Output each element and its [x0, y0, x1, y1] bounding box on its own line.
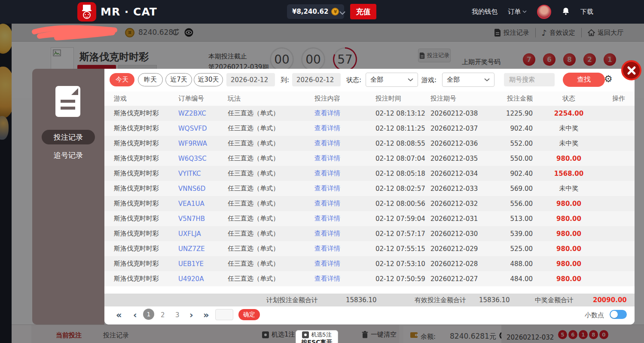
col-play-type: 玩法	[228, 95, 314, 103]
gear-icon[interactable]: ⚙	[604, 74, 613, 84]
bet-amount-cell: 484.00	[495, 275, 533, 283]
game-select[interactable]: 全部	[442, 73, 494, 87]
chevron-down-icon[interactable]	[339, 9, 345, 17]
balance-amount: ¥8,240.62	[292, 8, 328, 15]
filter-last30-button[interactable]: 近30天	[194, 73, 223, 86]
pagination-bar: « ‹ 1 2 3 › » 确定 小数点	[104, 306, 635, 325]
order-id-link[interactable]: WF9RWA	[178, 140, 228, 147]
view-details-link[interactable]: 查看详情	[314, 184, 375, 193]
game-cell: 斯洛伐克时时彩	[114, 199, 178, 208]
last-page-button[interactable]: »	[203, 310, 209, 320]
records-modal-sidebar: 投注记录 追号记录	[32, 69, 104, 325]
col-time: 投注时间	[375, 95, 430, 103]
view-details-link[interactable]: 查看详情	[314, 169, 375, 178]
view-details-link[interactable]: 查看详情	[314, 275, 375, 283]
view-details-link[interactable]: 查看详情	[314, 214, 375, 223]
prev-page-button[interactable]: ‹	[133, 310, 137, 320]
sidebar-item-bet-records[interactable]: 投注记录	[42, 130, 95, 144]
page-3-button[interactable]: 3	[175, 311, 180, 319]
view-details-link[interactable]: 查看详情	[314, 199, 375, 208]
bet-issue-cell: 20260212-035	[430, 155, 495, 162]
issue-search-input[interactable]: 期号搜索	[504, 73, 555, 86]
view-details-link[interactable]: 查看详情	[314, 154, 375, 162]
col-action: 操作	[605, 95, 625, 103]
date-from-input[interactable]: 2026-02-12	[226, 73, 275, 86]
play-type-cell: 任三直选（单式）	[228, 230, 314, 238]
bet-issue-cell: 20260212-028	[430, 260, 495, 268]
chevron-down-icon	[522, 10, 527, 13]
view-details-link[interactable]: 查看详情	[314, 260, 375, 268]
game-cell: 斯洛伐克时时彩	[114, 260, 178, 268]
bell-icon[interactable]	[562, 7, 570, 17]
col-issue: 投注期号	[430, 95, 495, 103]
col-order-id: 订单编号	[178, 95, 228, 103]
order-id-link[interactable]: U4920A	[178, 275, 228, 283]
chevron-down-icon	[408, 78, 413, 82]
bet-time-cell: 02-12 07:57:17	[375, 230, 430, 238]
order-id-link[interactable]: UXFLJA	[178, 230, 228, 238]
view-details-link[interactable]: 查看详情	[314, 139, 375, 147]
bet-time-cell: 02-12 08:13:12	[375, 110, 430, 117]
page-jump-input[interactable]	[215, 309, 233, 320]
game-cell: 斯洛伐克时时彩	[114, 139, 178, 147]
order-id-link[interactable]: WQSVFD	[178, 125, 228, 132]
avatar[interactable]	[537, 5, 551, 19]
order-id-link[interactable]: UNZ7ZE	[178, 245, 228, 253]
status-cell: 未中奖	[533, 184, 605, 193]
view-details-link[interactable]: 查看详情	[314, 245, 375, 253]
col-status: 状态	[533, 95, 605, 103]
status-select[interactable]: 全部	[366, 73, 418, 87]
order-id-link[interactable]: WZ2BXC	[178, 110, 228, 117]
status-label: 状态:	[346, 76, 361, 84]
status-cell: 980.00	[533, 230, 605, 238]
page-jump-confirm-button[interactable]: 确定	[238, 309, 260, 320]
order-id-link[interactable]: W6Q3SC	[178, 155, 228, 162]
top-navbar: MR · CAT ¥8,240.62 ¥ 充值 我的钱包 订单 下载	[0, 0, 644, 24]
order-id-link[interactable]: UEB1YE	[178, 260, 228, 268]
decimal-toggle[interactable]	[610, 310, 627, 319]
filter-yesterday-button[interactable]: 昨天	[138, 73, 163, 86]
filter-last7-button[interactable]: 近7天	[165, 73, 192, 86]
game-label: 游戏:	[421, 76, 436, 84]
bet-time-cell: 02-12 08:11:25	[375, 125, 430, 132]
download-link[interactable]: 下载	[580, 8, 593, 16]
page-1-active[interactable]: 1	[143, 309, 154, 320]
game-cell: 斯洛伐克时时彩	[114, 275, 178, 283]
play-type-cell: 任三直选（单式）	[228, 245, 314, 253]
table-row: 斯洛伐克时时彩VYITKC任三直选（单式）查看详情02-12 08:05:182…	[104, 166, 635, 181]
view-details-link[interactable]: 查看详情	[314, 124, 375, 132]
order-id-link[interactable]: V5N7HB	[178, 215, 228, 223]
random-5-button[interactable]: 机选5注	[296, 331, 338, 339]
balance-pill[interactable]: ¥8,240.62 ¥	[287, 4, 344, 19]
bet-amount-cell: 1225.90	[495, 110, 533, 117]
orders-menu[interactable]: 订单	[508, 8, 527, 16]
bet-time-cell: 02-12 07:55:15	[375, 245, 430, 253]
sidebar-item-chase-records[interactable]: 追号记录	[42, 148, 95, 162]
screen: MR · CAT ¥8,240.62 ¥ 充值 我的钱包 订单 下载 ¤ 824…	[0, 0, 644, 343]
order-id-link[interactable]: VNNS6D	[178, 185, 228, 193]
search-button[interactable]: 查找	[563, 73, 605, 87]
close-icon	[627, 66, 636, 75]
view-details-link[interactable]: 查看详情	[314, 109, 375, 117]
first-page-button[interactable]: «	[116, 310, 122, 320]
my-wallet-link[interactable]: 我的钱包	[472, 8, 497, 16]
page-2-button[interactable]: 2	[161, 311, 165, 319]
filter-today-button[interactable]: 今天	[110, 73, 134, 86]
brand[interactable]: MR · CAT	[77, 2, 157, 21]
game-cell: 斯洛伐克时时彩	[114, 124, 178, 132]
close-modal-button[interactable]	[621, 60, 641, 80]
table-row: 斯洛伐克时时彩V5N7HB任三直选（单式）查看详情02-12 07:59:042…	[104, 211, 635, 226]
order-id-link[interactable]: VEA1UA	[178, 200, 228, 208]
bet-issue-cell: 20260212-027	[430, 275, 495, 283]
bet-amount-cell: 488.00	[495, 260, 533, 268]
date-to-input[interactable]: 2026-02-12	[292, 73, 341, 86]
next-page-button[interactable]: ›	[189, 310, 193, 320]
deposit-button[interactable]: 充值	[350, 4, 376, 19]
play-type-cell: 任三直选（单式）	[228, 109, 314, 117]
order-id-link[interactable]: VYITKC	[178, 170, 228, 178]
bet-issue-cell: 20260212-037	[430, 125, 495, 132]
col-game: 游戏	[114, 95, 178, 103]
col-amount: 投注金额	[495, 95, 533, 103]
bet-amount-cell: 902.40	[495, 125, 533, 132]
view-details-link[interactable]: 查看详情	[314, 230, 375, 238]
